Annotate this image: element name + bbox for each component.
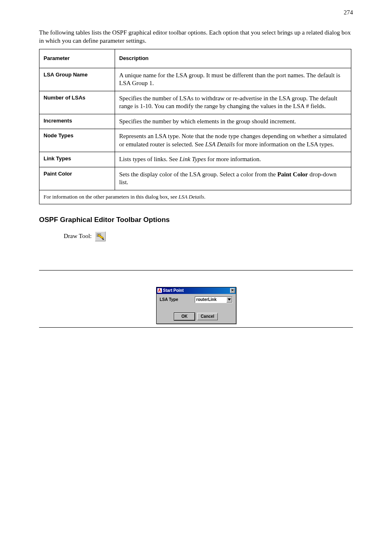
param-desc: Represents an LSA type. Note that the no…	[115, 129, 351, 152]
intro-paragraph: The following tables lists the OSPF grap…	[39, 29, 353, 45]
dialog-title: Start Point	[163, 288, 184, 293]
table-header-description: Description	[115, 49, 351, 68]
param-desc: Sets the display color of the LSA group.…	[115, 167, 351, 190]
page-number: 274	[344, 9, 353, 16]
param-name: Paint Color	[39, 167, 115, 190]
param-name: Increments	[39, 114, 115, 129]
table-row: Paint Color Sets the display color of th…	[39, 167, 351, 190]
parameters-table: Parameter Description LSA Group Name A u…	[39, 49, 351, 204]
param-name: Number of LSAs	[39, 91, 115, 114]
table-full-row: For information on the other parameters …	[39, 190, 351, 204]
lsa-type-combobox[interactable]: routerLink	[195, 296, 233, 303]
svg-marker-5	[228, 298, 231, 301]
table-row: Number of LSAs Specifies the number of L…	[39, 91, 351, 114]
table-row: Increments Specifies the number by which…	[39, 114, 351, 129]
table-row: Node Types Represents an LSA type. Note …	[39, 129, 351, 152]
table-header-row: Parameter Description	[39, 49, 351, 68]
table-header-parameter: Parameter	[39, 49, 115, 68]
draw-tool-icon	[95, 231, 106, 241]
param-name: Node Types	[39, 129, 115, 152]
table-note: For information on the other parameters …	[39, 190, 351, 204]
param-desc: A unique name for the LSA group. It must…	[115, 68, 351, 91]
param-desc: Lists types of links. See Link Types for…	[115, 152, 351, 167]
dialog-titlebar: A Start Point ✕	[157, 287, 236, 294]
param-desc: Specifies the number by which elements i…	[115, 114, 351, 129]
table-row: Link Types Lists types of links. See Lin…	[39, 152, 351, 167]
cancel-button[interactable]: Cancel	[197, 313, 218, 320]
param-name: Link Types	[39, 152, 115, 167]
draw-tool-label: Draw Tool:	[64, 233, 92, 240]
close-icon[interactable]: ✕	[230, 288, 235, 293]
param-name: LSA Group Name	[39, 68, 115, 91]
table-row: LSA Group Name A unique name for the LSA…	[39, 68, 351, 91]
section-heading-toolbar-options: OSPF Graphical Editor Toolbar Options	[39, 216, 353, 224]
ok-button[interactable]: OK	[174, 313, 195, 320]
combo-value: routerLink	[196, 297, 217, 302]
param-desc: Specifies the number of LSAs to withdraw…	[115, 91, 351, 114]
app-icon: A	[157, 288, 162, 293]
chevron-down-icon[interactable]	[226, 297, 232, 303]
start-point-dialog: A Start Point ✕ LSA Type routerLink OK C…	[156, 287, 236, 324]
lsa-type-label: LSA Type	[160, 297, 178, 302]
